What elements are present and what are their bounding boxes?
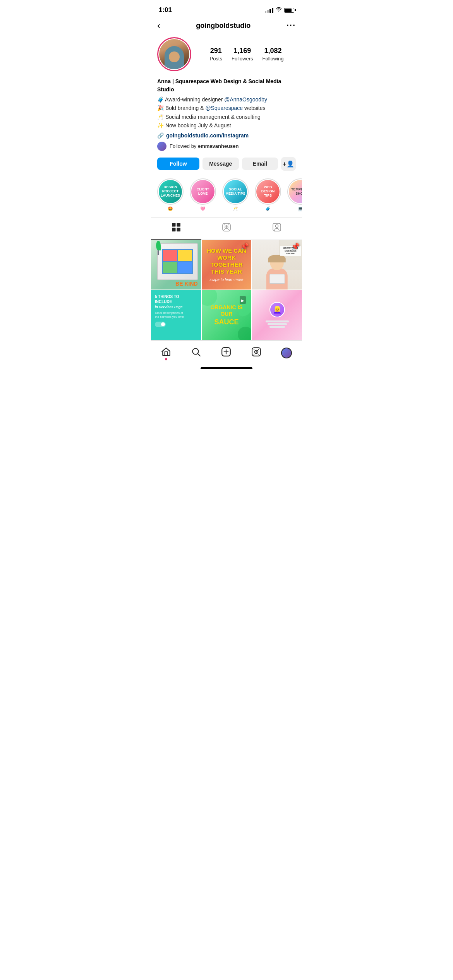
email-button[interactable]: Email: [242, 158, 278, 170]
bio-link[interactable]: 🔗 goingboldstudio.com/instagram: [157, 132, 296, 139]
pin-icon-3: 📌: [291, 242, 300, 251]
grid4-text: 5 THINGS TO INCLUDEin Services Page: [155, 294, 197, 310]
grid-item-6[interactable]: 👱‍♀️: [252, 290, 302, 340]
tab-reels[interactable]: [201, 218, 252, 240]
svg-point-17: [256, 351, 257, 352]
status-bar: 1:01: [151, 0, 302, 17]
nav-create[interactable]: [216, 345, 236, 361]
following-label: Following: [263, 56, 284, 62]
svg-rect-2: [172, 228, 176, 231]
highlight-emoji-5: 💻: [298, 206, 302, 211]
home-dot: [165, 358, 167, 360]
svg-point-10: [228, 229, 229, 230]
battery-icon: [284, 8, 294, 13]
followed-by: Followed by emmavanheusen: [157, 142, 296, 151]
svg-point-21: [258, 354, 259, 355]
content-tabs: [151, 218, 302, 240]
tab-grid[interactable]: [151, 218, 201, 240]
nav-avatar: [281, 348, 292, 358]
stats-row: 291 Posts 1,169 Followers 1,082 Followin…: [197, 47, 296, 62]
svg-point-7: [224, 224, 225, 225]
followers-count: 1,169: [232, 47, 253, 55]
highlight-circle-4: WEB DESIGN TIPS: [255, 178, 281, 205]
svg-point-6: [226, 226, 227, 228]
bio-section: Anna | Squarespace Web Design & Social M…: [151, 76, 302, 154]
followed-avatar: [157, 142, 166, 151]
highlight-emoji-2: 🩷: [200, 206, 206, 211]
svg-point-12: [276, 224, 278, 227]
status-icons: [265, 7, 294, 14]
status-time: 1:01: [159, 6, 172, 14]
wifi-icon: [276, 7, 282, 14]
search-icon: [191, 347, 201, 360]
add-friend-button[interactable]: +👤: [281, 157, 296, 171]
highlight-item-3[interactable]: SOCIAL MEDIA TIPS 🥂: [222, 178, 249, 211]
message-button[interactable]: Message: [202, 158, 239, 170]
home-indicator: [151, 364, 302, 371]
grid-item-1[interactable]: BE KIND: [151, 240, 201, 290]
followers-stat[interactable]: 1,169 Followers: [232, 47, 253, 62]
avatar[interactable]: [157, 37, 191, 71]
grid2-text: HOW WE CAN WORK TOGETHER THIS YEAR: [206, 247, 247, 275]
following-count: 1,082: [263, 47, 284, 55]
highlight-circle-2: CLIENT LOVE: [190, 178, 216, 205]
grid-item-4[interactable]: 5 THINGS TO INCLUDEin Services Page Clea…: [151, 290, 201, 340]
action-buttons: Follow Message Email +👤: [151, 154, 302, 175]
nav-search[interactable]: [186, 345, 206, 361]
grid-item-3[interactable]: GROW YOUR BUSINESS ONLINE 📌: [252, 240, 302, 290]
following-stat[interactable]: 1,082 Following: [263, 47, 284, 62]
home-bar: [201, 367, 252, 369]
posts-count: 291: [209, 47, 222, 55]
nav-home[interactable]: [156, 345, 176, 361]
highlight-circle-5: TEMPLATE SHOP: [287, 178, 302, 205]
link-text: goingboldstudio.com/instagram: [166, 132, 249, 139]
create-icon: [221, 347, 231, 360]
highlight-item-2[interactable]: CLIENT LOVE 🩷: [190, 178, 216, 211]
grid-item-2[interactable]: HOW WE CAN WORK TOGETHER THIS YEAR swipe…: [202, 240, 252, 290]
pin-icon-2: 📌: [240, 242, 249, 251]
bio-line-4: ✨ Now booking July & August: [157, 121, 296, 130]
grid4-sub: Clear descriptions ofthe services you of…: [155, 311, 184, 319]
svg-point-5: [225, 226, 228, 229]
highlights-row: DESIGN PROJECT LAUNCHES 🤩 CLIENT LOVE 🩷 …: [151, 175, 302, 218]
more-button[interactable]: ···: [287, 21, 296, 31]
highlight-emoji-4: 🧳: [265, 206, 271, 211]
add-friend-icon: +👤: [283, 160, 294, 168]
nav-reels[interactable]: [247, 345, 266, 361]
grid-item-5[interactable]: ORGANIC IS OUR SAUCE ▶: [202, 290, 252, 340]
highlight-item-4[interactable]: WEB DESIGN TIPS 🧳: [255, 178, 281, 211]
svg-rect-4: [223, 223, 230, 231]
svg-rect-0: [172, 223, 176, 227]
highlight-circle-3: SOCIAL MEDIA TIPS: [222, 178, 249, 205]
bio-line-1: 🧳 Award-winning designer @AnnaOsgoodby: [157, 95, 296, 104]
profile-section: 291 Posts 1,169 Followers 1,082 Followin…: [151, 36, 302, 76]
svg-point-18: [254, 349, 254, 350]
grid5-sauce: SAUCE: [214, 318, 239, 326]
reels-icon: [222, 223, 231, 234]
grid1-text: BE KIND: [175, 281, 198, 286]
highlight-circle-1: DESIGN PROJECT LAUNCHES: [157, 178, 184, 205]
header: ‹ goingboldstudio ···: [151, 17, 302, 36]
photo-grid: BE KIND HOW WE CAN WORK TOGETHER THIS YE…: [151, 240, 302, 340]
back-button[interactable]: ‹: [157, 20, 160, 31]
posts-label: Posts: [209, 56, 222, 62]
profile-username: goingboldstudio: [196, 22, 251, 30]
svg-point-8: [228, 224, 229, 225]
follow-button[interactable]: Follow: [157, 158, 199, 170]
svg-rect-1: [177, 223, 181, 227]
grid2-sub: swipe to learn more: [209, 278, 243, 282]
highlight-item-5[interactable]: TEMPLATE SHOP 💻: [287, 178, 302, 211]
bio-line-3: 🥂 Social media management & consulting: [157, 113, 296, 121]
bottom-nav: [151, 340, 302, 364]
followed-text: Followed by emmavanheusen: [170, 143, 239, 149]
nav-profile[interactable]: [276, 346, 297, 360]
bio-name: Anna | Squarespace Web Design & Social M…: [157, 77, 296, 94]
bio-line-2: 🎉 Bold branding & @Squarespace websites: [157, 104, 296, 112]
highlight-item-1[interactable]: DESIGN PROJECT LAUNCHES 🤩: [157, 178, 184, 211]
highlight-emoji-3: 🥂: [233, 206, 238, 211]
followers-label: Followers: [232, 56, 253, 62]
tab-tagged[interactable]: [252, 218, 302, 240]
svg-point-9: [224, 229, 225, 230]
reels-nav-icon: [251, 347, 261, 360]
posts-stat[interactable]: 291 Posts: [209, 47, 222, 62]
